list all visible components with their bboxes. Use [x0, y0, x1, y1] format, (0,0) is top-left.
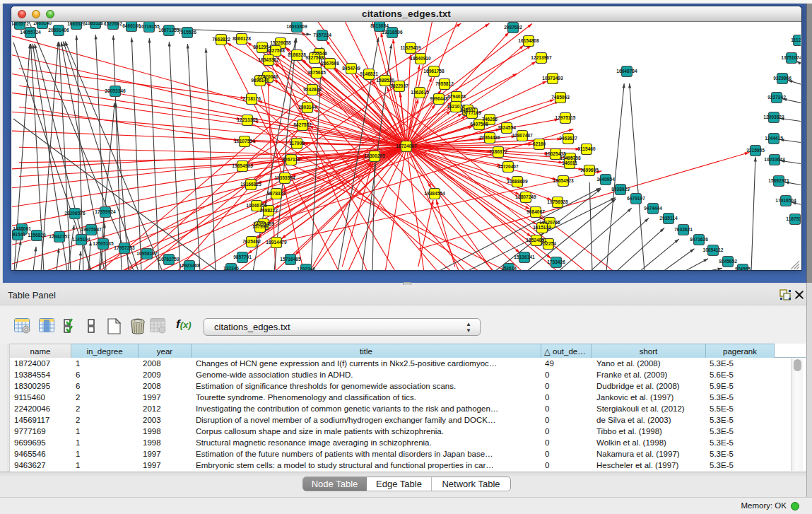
svg-text:2087682: 2087682: [504, 25, 522, 30]
svg-text:8186328: 8186328: [288, 52, 306, 57]
svg-text:924565: 924565: [735, 267, 751, 270]
svg-text:16671355: 16671355: [158, 28, 180, 33]
svg-text:10958107: 10958107: [136, 251, 158, 256]
svg-text:153614: 153614: [501, 266, 517, 270]
svg-text:15495758: 15495758: [560, 156, 581, 160]
svg-text:8878334: 8878334: [267, 191, 286, 196]
svg-text:6794028: 6794028: [447, 94, 466, 99]
svg-text:1435061: 1435061: [13, 226, 31, 231]
svg-text:19384554: 19384554: [424, 191, 445, 196]
svg-text:117008: 117008: [289, 141, 305, 146]
svg-text:20053346: 20053346: [105, 88, 126, 93]
svg-text:15692971: 15692971: [768, 178, 789, 183]
svg-text:2935114: 2935114: [659, 216, 678, 221]
svg-text:20364436: 20364436: [479, 135, 500, 140]
svg-text:12505135: 12505135: [93, 241, 114, 246]
svg-text:2718176: 2718176: [242, 96, 261, 101]
svg-text:16543382: 16543382: [258, 57, 279, 62]
svg-text:9827508: 9827508: [266, 48, 285, 53]
svg-text:11353594: 11353594: [275, 175, 295, 180]
svg-text:7625402: 7625402: [242, 239, 261, 244]
svg-text:111264: 111264: [791, 37, 801, 42]
svg-text:1588520: 1588520: [376, 78, 394, 83]
svg-text:391541: 391541: [12, 232, 25, 237]
svg-text:7485063: 7485063: [551, 95, 570, 100]
svg-text:16648784: 16648784: [616, 69, 637, 74]
svg-text:16120746: 16120746: [539, 220, 560, 225]
svg-text:10807487: 10807487: [512, 133, 533, 138]
svg-text:9329966: 9329966: [773, 76, 792, 81]
svg-text:19218506: 19218506: [382, 30, 403, 35]
svg-text:9146821: 9146821: [360, 71, 378, 76]
svg-text:2803144: 2803144: [298, 105, 317, 110]
svg-text:1615132: 1615132: [533, 225, 551, 230]
svg-text:10688609: 10688609: [507, 179, 528, 184]
svg-text:9463627: 9463627: [559, 136, 577, 141]
svg-text:1640954: 1640954: [596, 177, 615, 182]
svg-text:8860128: 8860128: [233, 36, 251, 41]
svg-text:12093822: 12093822: [763, 115, 784, 119]
svg-text:19756928: 19756928: [547, 199, 568, 204]
svg-text:7663822: 7663822: [212, 37, 230, 42]
svg-text:1167533: 1167533: [786, 216, 801, 221]
svg-text:12942757: 12942757: [49, 234, 70, 239]
svg-text:18640910: 18640910: [410, 56, 431, 61]
svg-text:15716485: 15716485: [280, 257, 301, 262]
svg-text:746266: 746266: [482, 117, 498, 122]
svg-text:7955812: 7955812: [435, 81, 454, 86]
svg-text:1527602: 1527602: [104, 22, 122, 26]
svg-text:19654923: 19654923: [553, 178, 574, 183]
svg-text:9777169: 9777169: [463, 110, 481, 115]
svg-text:9227342: 9227342: [767, 95, 786, 100]
svg-text:16782759: 16782759: [158, 257, 180, 262]
svg-text:13751074: 13751074: [781, 55, 801, 60]
svg-text:12923468: 12923468: [179, 263, 200, 268]
svg-text:12213369: 12213369: [237, 117, 258, 122]
svg-text:10653267: 10653267: [85, 22, 106, 25]
svg-text:15226058: 15226058: [270, 40, 291, 45]
svg-text:9084067: 9084067: [526, 209, 545, 214]
svg-text:10107554: 10107554: [234, 139, 255, 144]
svg-text:18807249: 18807249: [515, 194, 536, 199]
svg-text:17359924: 17359924: [95, 209, 116, 214]
svg-text:10654112: 10654112: [703, 247, 724, 252]
svg-text:9474444: 9474444: [644, 206, 662, 211]
svg-text:12213967: 12213967: [531, 55, 552, 60]
svg-text:7632621: 7632621: [674, 227, 693, 232]
svg-text:8427552: 8427552: [293, 122, 312, 127]
svg-text:10973493: 10973493: [542, 76, 563, 81]
svg-text:16961758: 16961758: [423, 69, 445, 74]
svg-text:3875685: 3875685: [307, 70, 326, 75]
svg-text:1498222: 1498222: [259, 208, 278, 213]
svg-text:9896140: 9896140: [251, 78, 269, 83]
svg-text:1362615: 1362615: [411, 90, 429, 95]
svg-text:15136141: 15136141: [514, 255, 535, 259]
svg-text:9699695: 9699695: [580, 168, 599, 173]
svg-text:18724007: 18724007: [396, 144, 417, 148]
svg-text:157999: 157999: [252, 224, 268, 229]
svg-text:9990448: 9990448: [430, 96, 448, 101]
svg-text:7386372: 7386372: [489, 149, 507, 154]
svg-text:15720407: 15720407: [498, 164, 519, 169]
svg-text:8813054: 8813054: [370, 23, 389, 28]
svg-text:1292346: 1292346: [297, 267, 315, 270]
svg-text:20691406: 20691406: [48, 28, 69, 33]
svg-text:8938923: 8938923: [611, 187, 630, 192]
svg-text:6497568: 6497568: [470, 122, 488, 127]
svg-text:9327508: 9327508: [305, 55, 324, 60]
svg-text:19975887: 19975887: [81, 227, 102, 232]
svg-text:17957253: 17957253: [114, 245, 135, 250]
svg-text:9245652: 9245652: [719, 259, 737, 264]
svg-text:14055724: 14055724: [20, 30, 41, 35]
svg-text:6466160: 6466160: [122, 23, 141, 28]
svg-text:6479197: 6479197: [627, 196, 645, 201]
svg-text:12975115: 12975115: [555, 115, 576, 120]
svg-text:11325419: 11325419: [401, 45, 421, 50]
svg-text:19654963: 19654963: [232, 163, 253, 168]
svg-text:1065326: 1065326: [67, 22, 86, 26]
svg-text:1156829: 1156829: [28, 233, 46, 238]
svg-text:1405572: 1405572: [12, 22, 29, 26]
svg-text:8822037: 8822037: [390, 83, 408, 88]
svg-text:132346: 132346: [223, 266, 239, 270]
svg-text:3215955: 3215955: [746, 148, 765, 153]
